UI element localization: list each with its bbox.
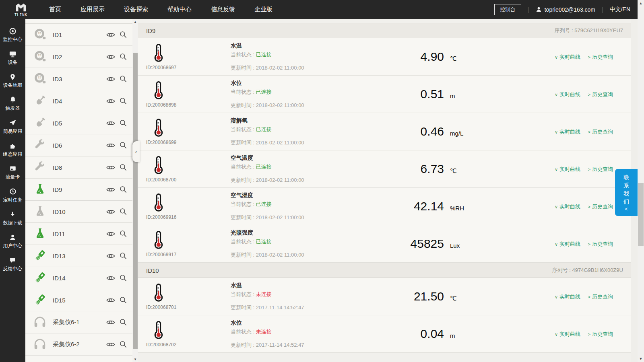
logo-m-icon (14, 2, 27, 14)
history-query-link[interactable]: >历史查询 (588, 54, 613, 60)
scroll-down-arrow[interactable]: ▼ (132, 356, 138, 362)
device-list-item[interactable]: ID10 (25, 201, 132, 223)
search-icon[interactable] (120, 208, 127, 215)
sidebar-item-label: 反馈中心 (3, 265, 23, 272)
realtime-curve-link[interactable]: ∨实时曲线 (555, 91, 580, 97)
history-query-link[interactable]: >历史查询 (588, 204, 613, 210)
device-list-scrollbar[interactable]: ▲ ▼ (132, 19, 138, 362)
history-query-link[interactable]: >历史查询 (588, 166, 613, 172)
eye-icon[interactable] (106, 98, 115, 104)
sidebar-item[interactable]: 流量卡 (0, 161, 25, 184)
realtime-curve-link[interactable]: ∨实时曲线 (555, 331, 580, 337)
topnav-item[interactable]: 帮助中心 (167, 6, 192, 13)
search-icon[interactable] (120, 252, 127, 259)
search-icon[interactable] (120, 230, 127, 237)
scroll-up-arrow[interactable]: ▲ (132, 19, 138, 25)
device-list-item[interactable]: ID6 (25, 134, 132, 156)
sidebar-item[interactable]: 用户中心 (0, 230, 25, 253)
scroll-down-arrow[interactable]: ▼ (638, 356, 644, 362)
eye-icon[interactable] (106, 209, 115, 215)
history-query-link[interactable]: >历史查询 (588, 331, 613, 337)
topnav-item[interactable]: 应用展示 (80, 6, 105, 13)
search-icon[interactable] (120, 31, 127, 38)
search-icon[interactable] (120, 341, 127, 348)
realtime-curve-link[interactable]: ∨实时曲线 (555, 54, 580, 60)
sidebar-item[interactable]: 监控中心 (0, 24, 25, 47)
search-icon[interactable] (120, 119, 127, 127)
panel-collapse-handle[interactable]: ‹ (132, 141, 140, 162)
sidebar-item[interactable]: 反馈中心 (0, 253, 25, 276)
sidebar-item[interactable]: 设备地图 (0, 70, 25, 93)
sensor-id: ID:200068699 (146, 140, 176, 145)
device-list-item[interactable]: 采集仪6-1 (25, 311, 132, 333)
realtime-curve-link[interactable]: ∨实时曲线 (555, 294, 580, 300)
device-list-item[interactable]: ID5 (25, 112, 132, 134)
realtime-curve-link[interactable]: ∨实时曲线 (555, 204, 580, 210)
tlink-logo[interactable]: TLINK (10, 2, 32, 17)
realtime-curve-link[interactable]: ∨实时曲线 (555, 166, 580, 172)
updated-time: 2018-02-02 11:00:00 (256, 252, 304, 258)
sensor-value: 0.51 (363, 87, 444, 101)
device-name: ID9 (53, 186, 62, 193)
realtime-curve-link[interactable]: ∨实时曲线 (555, 129, 580, 135)
eye-icon[interactable] (106, 142, 115, 148)
sidebar-item[interactable]: 组态应用 (0, 138, 25, 161)
search-icon[interactable] (120, 97, 127, 105)
sidebar-item[interactable]: 数据下载 (0, 207, 25, 230)
sidebar-item[interactable]: 简易应用 (0, 115, 25, 138)
device-list-item[interactable]: ID4 (25, 90, 132, 112)
sidebar-item[interactable]: 触发器 (0, 93, 25, 115)
topnav-item[interactable]: 信息反馈 (211, 6, 235, 13)
eye-icon[interactable] (106, 319, 115, 325)
history-query-link[interactable]: >历史查询 (588, 241, 613, 247)
scrollbar-thumb[interactable] (638, 183, 644, 246)
console-button[interactable]: 控制台 (494, 4, 521, 15)
eye-icon[interactable] (106, 76, 115, 82)
topnav-item[interactable]: 企业版 (254, 6, 272, 13)
eye-icon[interactable] (106, 54, 115, 60)
search-icon[interactable] (120, 164, 127, 171)
device-list-item[interactable]: ID11 (25, 223, 132, 245)
device-list-item[interactable]: ID9 (25, 179, 132, 201)
eye-icon[interactable] (106, 231, 115, 237)
realtime-curve-link[interactable]: ∨实时曲线 (555, 241, 580, 247)
device-list-item[interactable]: ID15 (25, 289, 132, 311)
search-icon[interactable] (120, 75, 127, 82)
eye-icon[interactable] (106, 120, 115, 126)
eye-icon[interactable] (106, 341, 115, 348)
page-scrollbar[interactable]: ▲ ▼ (638, 0, 644, 362)
eye-icon[interactable] (106, 32, 115, 38)
language-switch[interactable]: 中文/EN (610, 6, 630, 13)
device-list-item[interactable]: ID14 (25, 267, 132, 289)
search-icon[interactable] (120, 142, 127, 149)
history-query-link[interactable]: >历史查询 (588, 294, 613, 300)
sidebar-item[interactable]: 定时任务 (0, 184, 25, 207)
topnav-item[interactable]: 首页 (49, 6, 61, 13)
search-icon[interactable] (120, 296, 127, 304)
device-list-item[interactable]: ID13 (25, 245, 132, 267)
device-list-item[interactable]: ID8 (25, 156, 132, 179)
topnav-item[interactable]: 设备探索 (124, 6, 148, 13)
search-icon[interactable] (120, 186, 127, 193)
scrollbar-thumb[interactable] (133, 53, 138, 349)
search-icon[interactable] (120, 319, 127, 326)
eye-icon[interactable] (106, 275, 115, 281)
history-query-link[interactable]: >历史查询 (588, 129, 613, 135)
device-list-item[interactable]: 15m ID1 (25, 24, 132, 46)
device-list-item[interactable]: 15m ID3 (25, 68, 132, 90)
device-list-item[interactable]: 15m ID2 (25, 46, 132, 68)
eye-icon[interactable] (106, 297, 115, 303)
eye-icon[interactable] (106, 187, 115, 193)
tape-measure-icon: 15m (33, 49, 47, 64)
device-list-item[interactable]: 采集仪6-2 (25, 333, 132, 356)
scroll-up-arrow[interactable]: ▲ (638, 0, 644, 6)
search-icon[interactable] (120, 53, 127, 60)
eye-icon[interactable] (106, 253, 115, 259)
history-query-link[interactable]: >历史查询 (588, 91, 613, 97)
eye-icon[interactable] (106, 165, 115, 171)
sidebar-item[interactable]: 设备 (0, 47, 25, 70)
contact-us-tab[interactable]: 联系我们 < (615, 169, 638, 216)
user-account[interactable]: toprie002@163.com (536, 6, 595, 13)
search-icon[interactable] (120, 274, 127, 282)
brand-text: TLINK (14, 13, 27, 17)
